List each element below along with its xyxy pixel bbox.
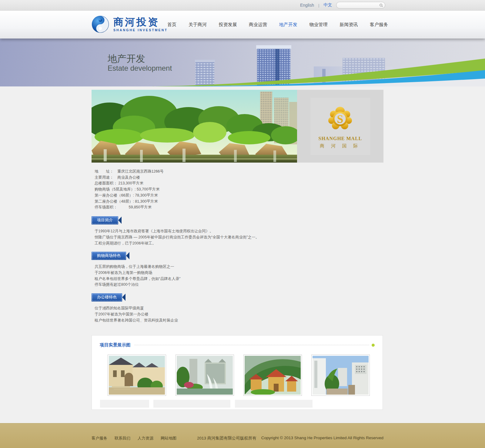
footer-link-contact-us[interactable]: 联系我们 [115,436,130,441]
gallery-title: 项目实景展示图 [100,342,131,348]
main-nav: 首页 关于商河 投资发展 商业运营 地产开发 物业管理 新闻资讯 客户服务 [167,11,388,39]
gallery-photo-villa-courtyard[interactable] [108,355,166,396]
page-title-zh: 地产开发 [108,54,172,64]
page-banner: 地产开发 Estate development [0,39,485,86]
ribbon-notch-icon [118,217,122,224]
section-ribbon-mall-features: 购物商场特色 [92,252,129,259]
logo-subtitle: SHANGHE INVESTMENT [113,28,168,32]
caption-bar [235,400,313,408]
intro-line: 于1993年12月与上海市政府签署《上海市国有土地使用权出让合同》。 [95,228,259,234]
page-title-en: Estate development [108,64,172,72]
nav-news[interactable]: 新闻资讯 [340,22,358,28]
section-title-intro: 项目简介 [92,216,118,224]
detail-parking-area: 停车场面积： 59,850平方米 [95,204,164,211]
section-ribbon-intro: 项目简介 [92,217,122,224]
banner-swoosh-decoration [152,59,485,86]
nav-customer-service[interactable]: 客户服务 [370,22,388,28]
mall-feature-line: 停车场拥有超过800个泊位 [95,282,180,288]
ribbon-notch-icon [126,252,129,259]
garden-landscape-photo [92,90,297,163]
lime-dot-icon [372,344,375,347]
copyright-en: Copyright © 2013 Shang He Properties Lim… [261,436,383,441]
logo-title: 商河投资 [113,17,168,28]
section-office-features-text: 位于浦西的知名国际甲级商厦 于2007年被选为中国第一办公楼 租户包括世界著名跨… [95,305,178,323]
office-feature-line: 租户包括世界著名跨国公司、资讯科技及时装企业 [95,318,178,324]
section-title-mall-features: 购物商场特色 [92,252,126,260]
office-feature-line: 于2007年被选为中国第一办公楼 [95,312,178,318]
copyright-zh: 2013 商河集团有限公司版权所有 [197,436,256,441]
gallery-photo-residential-fountain[interactable] [176,355,234,396]
site-footer: 客户服务 联系我们 人力资源 网站地图 2013 商河集团有限公司版权所有 Co… [0,423,485,448]
mall-feature-line: 于2006年被选为上海第一购物商场 [95,270,180,276]
nav-commercial[interactable]: 商业运营 [249,22,267,28]
detail-usage: 主要用途： 商业及办公楼 [95,175,164,181]
caption-bar [100,400,149,408]
dotted-leader [134,345,370,345]
mall-name-en: SHANGHE MALL [318,136,362,141]
detail-tower2-area: 第二座办公楼（48层）: 81,300平方米 [95,199,164,205]
section-intro-text: 于1993年12月与上海市政府签署《上海市国有土地使用权出让合同》。 恒隆广场位… [95,228,259,246]
intro-line: 工程分两期进行，已于2006年竣工。 [95,241,259,247]
intro-line: 恒隆广场位于南京西路 — 2005年被中国步行商业街工作委员会评选为“全国十大著… [95,234,259,241]
search-input[interactable] [340,3,379,7]
search-box[interactable] [336,2,385,8]
caption-bar [153,400,230,408]
detail-address: 地 址： 重庆江北区南京西路1266号 [95,169,164,175]
gallery-thumbs [92,355,383,396]
mall-name-zh: 商 河 国 际 [320,143,360,149]
office-feature-line: 位于浦西的知名国际甲级商厦 [95,305,178,312]
detail-mall-area: 购物商场（5层及地库）: 53,700平方米 [95,187,164,193]
mall-emblem-letter: S [337,113,343,125]
footer-links: 客户服务 联系我们 人力资源 网站地图 [92,436,176,441]
project-hero: S SHANGHE MALL 商 河 国 际 [92,90,383,163]
nav-property-management[interactable]: 物业管理 [309,22,328,28]
site-header: 商河投资 SHANGHE INVESTMENT 首页 关于商河 投资发展 商业运… [0,11,485,39]
logo-sphere-icon [91,15,110,34]
footer-copyright: 2013 商河集团有限公司版权所有 Copyright © 2013 Shang… [197,436,383,441]
lang-divider: | [318,3,319,8]
detail-tower1-area: 第一座办公楼（66层）: 78,300平方米 [95,193,164,199]
project-details: 地 址： 重庆江北区南京西路1266号 主要用途： 商业及办公楼 总楼面面积： … [95,169,164,211]
search-icon[interactable] [379,3,383,7]
nav-estate-development[interactable]: 地产开发 [279,22,297,28]
gallery-photo-modern-white-buildings[interactable] [311,355,370,396]
footer-link-sitemap[interactable]: 网站地图 [161,436,176,441]
ribbon-notch-icon [122,294,125,301]
gallery-photo-hillside-villas[interactable] [243,355,302,396]
detail-total-area: 总楼面面积： 213,300平方米 [95,180,164,187]
lang-switch-chinese[interactable]: 中文 [323,2,332,8]
section-mall-features-text: 共五层的购物商场，位于上海最著名购物区之一 于2006年被选为上海第一购物商场 … [95,264,180,288]
company-logo[interactable]: 商河投资 SHANGHE INVESTMENT [91,15,168,34]
footer-link-customer-service[interactable]: 客户服务 [92,436,107,441]
footer-link-human-resources[interactable]: 人力资源 [138,436,153,441]
section-title-office-features: 办公楼特色 [92,293,122,301]
mall-feature-line: 共五层的购物商场，位于上海最著名购物区之一 [95,264,180,270]
nav-about[interactable]: 关于商河 [189,22,207,28]
top-utility-bar: English | 中文 [0,0,485,11]
mall-feature-line: 租户名单包括世界多个尊贵品牌，仿如“品牌名人录” [95,276,180,282]
lang-switch-english[interactable]: English [300,3,314,8]
caption-placeholders [92,400,383,408]
section-ribbon-office-features: 办公楼特色 [92,294,125,301]
mall-brand-panel: S SHANGHE MALL 商 河 国 际 [297,90,383,163]
nav-investment[interactable]: 投资发展 [219,22,237,28]
nav-home[interactable]: 首页 [167,22,176,28]
gallery-card: 项目实景展示图 [92,335,383,410]
shanghe-mall-emblem-icon: S [323,103,357,134]
